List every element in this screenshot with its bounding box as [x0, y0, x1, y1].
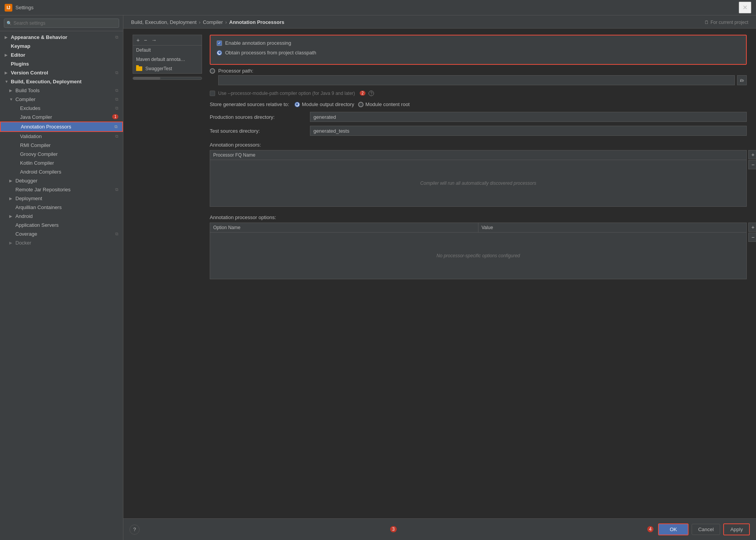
no-arrow	[9, 223, 14, 227]
remove-processor-button[interactable]: −	[748, 160, 756, 169]
ok-button[interactable]: OK	[658, 523, 689, 535]
sidebar-item-keymap[interactable]: Keymap	[0, 42, 123, 51]
main-options-group: Enable annotation processing Obtain proc…	[210, 35, 747, 65]
breadcrumb-sep2: ›	[225, 19, 227, 25]
processor-fq-name-header: Processor FQ Name	[210, 150, 746, 160]
module-content-radio[interactable]	[358, 102, 364, 107]
expand-arrow-icon: ▶	[5, 53, 9, 57]
profile-scrollbar[interactable]	[133, 77, 202, 80]
no-arrow	[14, 134, 19, 138]
sidebar-item-deployment[interactable]: ▶ Deployment	[0, 194, 123, 203]
apply-button[interactable]: Apply	[723, 523, 750, 535]
copy-icon: ⧉	[115, 231, 118, 236]
store-generated-label: Store generated sources relative to:	[210, 101, 289, 107]
copy-icon: ⧉	[115, 70, 118, 75]
annotation-processor-options-label: Annotation processor options:	[210, 214, 747, 220]
copy-icon: ⧉	[115, 106, 118, 111]
sidebar-item-version-control[interactable]: ▶ Version Control ⧉	[0, 68, 123, 77]
sidebar-item-kotlin-compiler[interactable]: Kotlin Compiler	[0, 159, 123, 167]
annotation-processors-table: Processor FQ Name Compiler will run all …	[210, 150, 747, 207]
sidebar-item-appearance[interactable]: ▶ Appearance & Behavior ⧉	[0, 33, 123, 42]
sidebar-item-build-tools[interactable]: ▶ Build Tools ⧉	[0, 86, 123, 95]
copy-icon: ⧉	[115, 88, 118, 93]
processor-module-path-checkbox[interactable]	[210, 91, 215, 96]
copy-icon: ⧉	[114, 124, 118, 129]
enable-annotation-checkbox[interactable]	[217, 40, 222, 46]
expand-arrow-icon: ▶	[9, 241, 14, 245]
sidebar-item-excludes[interactable]: Excludes ⧉	[0, 104, 123, 113]
production-sources-input[interactable]	[310, 112, 747, 122]
annotation-processors-empty-msg: Compiler will run all automatically disc…	[420, 181, 536, 186]
breadcrumb-part1: Build, Execution, Deployment	[131, 19, 197, 25]
add-profile-button[interactable]: +	[135, 36, 141, 44]
expand-arrow-icon: ▼	[9, 97, 14, 101]
profile-item-swagger[interactable]: SwaggerTest	[133, 64, 202, 73]
processor-module-path-label: Use --processor-module-path compiler opt…	[218, 91, 355, 96]
add-processor-button[interactable]: +	[748, 150, 756, 159]
cancel-button[interactable]: Cancel	[692, 524, 720, 535]
titlebar: IJ Settings ✕	[0, 0, 756, 15]
annotation-processors-table-wrap: Processor FQ Name Compiler will run all …	[210, 150, 747, 207]
expand-arrow-icon: ▶	[9, 196, 14, 201]
no-arrow	[14, 161, 19, 165]
sidebar-item-app-servers[interactable]: Application Servers	[0, 221, 123, 230]
processor-path-radio[interactable]	[210, 68, 215, 74]
sidebar-item-remote-jar[interactable]: Remote Jar Repositories ⧉	[0, 185, 123, 194]
add-option-button[interactable]: +	[748, 223, 756, 232]
profile-toolbar: + − →	[133, 35, 202, 45]
sidebar-item-coverage[interactable]: Coverage ⧉	[0, 230, 123, 238]
help-button[interactable]: ?	[130, 525, 140, 535]
processor-path-label: Processor path:	[218, 68, 253, 74]
sidebar-item-android-compilers[interactable]: Android Compilers	[0, 167, 123, 176]
search-input[interactable]	[4, 19, 119, 28]
annotation-processors-table-header: Processor FQ Name	[210, 150, 746, 160]
window-title: Settings	[15, 5, 739, 10]
test-sources-input[interactable]	[310, 126, 747, 136]
sidebar-item-debugger[interactable]: ▶ Debugger	[0, 176, 123, 185]
path-folder-button[interactable]: 🗁	[737, 75, 747, 85]
no-arrow	[14, 115, 19, 119]
bottom-bar: ? 3 4 OK Cancel Apply	[123, 518, 756, 540]
processor-path-row: Processor path:	[210, 68, 747, 74]
sidebar-item-validation[interactable]: Validation ⧉	[0, 132, 123, 141]
sidebar-item-docker[interactable]: ▶ Docker	[0, 238, 123, 247]
arrow-profile-button[interactable]: →	[149, 36, 158, 44]
sidebar-item-compiler[interactable]: ▼ Compiler ⧉	[0, 95, 123, 104]
profile-item-maven[interactable]: Maven default annota…	[133, 55, 202, 64]
processor-path-input[interactable]	[218, 75, 735, 85]
sidebar-item-annotation-processors[interactable]: Annotation Processors ⧉	[0, 122, 123, 132]
test-sources-label: Test sources directory:	[210, 128, 310, 134]
sidebar-item-arquillian[interactable]: Arquillian Containers	[0, 203, 123, 212]
info-icon[interactable]: ?	[369, 91, 374, 96]
sidebar-item-build-execution[interactable]: ▼ Build, Execution, Deployment	[0, 77, 123, 86]
sidebar-item-rmi-compiler[interactable]: RMI Compiler	[0, 141, 123, 150]
obtain-processors-radio[interactable]	[217, 50, 222, 56]
profile-item-default[interactable]: Default	[133, 46, 202, 55]
annotation-options-table: Option Name Value No processor-specific …	[210, 223, 747, 279]
sidebar-item-android[interactable]: ▶ Android	[0, 212, 123, 221]
annotation-processors-table-body: Compiler will run all automatically disc…	[210, 160, 746, 206]
store-generated-row: Store generated sources relative to: Mod…	[210, 101, 747, 107]
badge-3: 3	[390, 526, 397, 532]
app-icon: IJ	[5, 4, 12, 12]
annotation-options-table-header: Option Name Value	[210, 223, 746, 233]
scrollbar-thumb	[133, 77, 160, 79]
close-button[interactable]: ✕	[739, 2, 751, 14]
right-panel: Enable annotation processing Obtain proc…	[202, 35, 747, 281]
main-content: 🔍 ▶ Appearance & Behavior ⧉ Keymap	[0, 15, 756, 540]
sidebar-item-groovy-compiler[interactable]: Groovy Compiler	[0, 150, 123, 159]
no-arrow	[14, 143, 19, 147]
badges-area: 3	[389, 526, 397, 533]
remove-option-button[interactable]: −	[748, 233, 756, 242]
copy-icon: ⧉	[115, 97, 118, 102]
module-output-radio[interactable]	[295, 102, 300, 107]
annotation-processors-side-buttons: + −	[748, 150, 756, 169]
sidebar-item-editor[interactable]: ▶ Editor	[0, 51, 123, 59]
processor-path-input-row: 🗁	[218, 75, 747, 85]
sidebar-item-java-compiler[interactable]: Java Compiler 1	[0, 113, 123, 122]
no-arrow	[15, 125, 19, 129]
sidebar-item-plugins[interactable]: Plugins	[0, 59, 123, 68]
profile-list: Default Maven default annota… SwaggerTes…	[133, 45, 202, 74]
remove-profile-button[interactable]: −	[142, 36, 149, 44]
settings-window: IJ Settings ✕ 🔍 ▶ Appearance & Behavior …	[0, 0, 756, 540]
